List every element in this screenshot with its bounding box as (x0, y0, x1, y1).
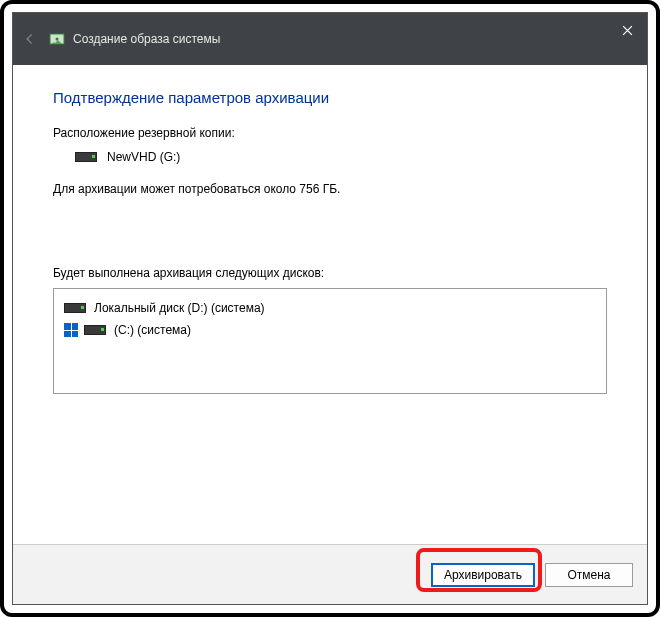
hdd-icon (84, 325, 106, 335)
drive-row[interactable]: (C:) (система) (64, 319, 596, 341)
size-estimate: Для архивации может потребоваться около … (53, 182, 607, 196)
titlebar: Создание образа системы (13, 13, 647, 65)
content-area: Подтверждение параметров архивации Распо… (13, 65, 647, 544)
close-icon[interactable] (613, 19, 641, 41)
windows-flag-icon (64, 323, 78, 337)
page-title: Подтверждение параметров архивации (53, 89, 607, 106)
location-value: NewVHD (G:) (107, 150, 180, 164)
hdd-icon (64, 303, 86, 313)
outer-frame: Создание образа системы Подтверждение па… (0, 0, 660, 617)
drive-label: Локальный диск (D:) (система) (94, 301, 265, 315)
cancel-button[interactable]: Отмена (545, 563, 633, 587)
drive-label: (C:) (система) (114, 323, 191, 337)
hdd-icon (75, 152, 97, 162)
location-row: NewVHD (G:) (75, 150, 607, 164)
archive-button[interactable]: Архивировать (431, 563, 535, 587)
location-label: Расположение резервной копии: (53, 126, 607, 140)
drives-listbox: Локальный диск (D:) (система) (C:) (сист… (53, 288, 607, 394)
back-icon[interactable] (21, 30, 39, 48)
drive-row[interactable]: Локальный диск (D:) (система) (64, 297, 596, 319)
dialog-footer: Архивировать Отмена (13, 544, 647, 604)
dialog-window: Создание образа системы Подтверждение па… (12, 12, 648, 605)
app-icon (49, 31, 65, 47)
window-title: Создание образа системы (73, 32, 220, 46)
drives-label: Будет выполнена архивация следующих диск… (53, 266, 607, 280)
